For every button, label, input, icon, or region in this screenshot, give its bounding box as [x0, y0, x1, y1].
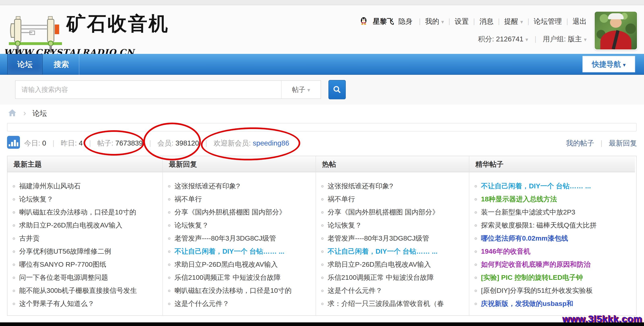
topic-link[interactable]: 如何判定收音机底噪声的原因和防治: [481, 261, 590, 268]
topic-link[interactable]: 论坛恢复？: [328, 221, 362, 229]
menu-item-论坛管理[interactable]: 论坛管理: [534, 17, 562, 25]
credits-value[interactable]: 2126741: [496, 35, 524, 43]
topic-link[interactable]: 哪位老法师有0.02mm漆包线: [481, 234, 568, 242]
bullet-icon: [168, 277, 170, 279]
topic-link[interactable]: 探索灵敏度极限1: 磁棒天线Q值大比拼: [481, 221, 596, 229]
topic-link[interactable]: 乐信2100调频正常 中短波没台故障: [174, 274, 280, 281]
topic-link[interactable]: 分享优利德UT56故障维修二例: [19, 247, 111, 255]
divider: [444, 17, 454, 25]
topic-link[interactable]: 祸不单行: [328, 195, 355, 203]
menu-item-我的[interactable]: 我的: [425, 17, 439, 25]
topic-link[interactable]: 问一下各位老哥电源调整问题: [19, 274, 108, 281]
topic-list-item: 分享优利德UT56故障维修二例: [13, 245, 160, 258]
site-logo[interactable]: 矿石收音机 WWW.CRYSTALRADIO.CN: [0, 5, 222, 54]
topic-link[interactable]: 这是个什么元件？: [174, 300, 229, 307]
bullet-icon: [13, 185, 15, 187]
topic-link[interactable]: 老管发声----80年3月3DG8CJ级管: [328, 234, 429, 242]
topic-link[interactable]: 乐信2100调频正常 中短波没台故障: [328, 274, 434, 281]
menu-item-设置[interactable]: 设置: [454, 17, 469, 25]
topic-list-item: 不让自己闲着，DIY一个 台钻…… ...: [321, 245, 466, 258]
topic-link[interactable]: 求助日立P-26D黑白电视改AV输入: [174, 261, 278, 268]
topic-list-item: 求：介绍一只三波段晶体管收音机（春: [321, 297, 466, 310]
main-nav: 论坛 搜索 快捷导航: [0, 54, 644, 75]
menu-item-消息[interactable]: 消息: [480, 17, 494, 25]
topic-link[interactable]: 不让自己闲着，DIY一个 台钻…… ...: [328, 247, 438, 255]
topic-link[interactable]: 分享《国内外胆机搭棚图 国内部分》: [174, 208, 286, 216]
home-icon[interactable]: [8, 109, 19, 117]
topic-list-item: 不让自己闲着，DIY一个 台钻…… ...: [474, 179, 632, 192]
topic-link[interactable]: 18种显示器进入总线方法: [481, 195, 557, 203]
divider: [523, 17, 534, 25]
topic-link[interactable]: 这张报纸谁还有印象?: [174, 182, 240, 190]
bullet-icon: [13, 237, 15, 240]
chevron-down-icon: [582, 35, 587, 43]
bullet-icon: [321, 211, 324, 214]
topic-list-item: 论坛恢复？: [168, 219, 313, 232]
topic-link[interactable]: 不让自己闲着，DIY一个 台钻…… ...: [481, 182, 591, 190]
username-link[interactable]: 星黎飞: [373, 17, 394, 25]
usergroup-value[interactable]: 版主: [568, 35, 582, 43]
avatar[interactable]: [595, 12, 637, 49]
topic-list-item: 这是个什么元件？: [168, 297, 313, 310]
topic-link[interactable]: 论坛恢复？: [19, 195, 53, 203]
topic-link[interactable]: 装一台新型集中滤波式中放2P3: [481, 208, 575, 216]
menu-item-退出[interactable]: 退出: [572, 17, 587, 25]
topic-link[interactable]: [实验] PIC 控制的旋转LED电子钟: [481, 274, 583, 281]
menu-item-提醒[interactable]: 提醒: [504, 17, 518, 25]
topic-link[interactable]: 祸不单行: [174, 195, 202, 203]
bullet-icon: [321, 198, 324, 201]
bullet-icon: [321, 277, 324, 279]
topic-link[interactable]: 1946年的收音机: [481, 247, 530, 255]
topic-link[interactable]: 论坛恢复？: [174, 221, 209, 229]
topic-link[interactable]: 古井贡: [19, 234, 40, 242]
topic-link[interactable]: [原创DIY]分享我的51红外收发实验板: [481, 287, 593, 294]
topic-link[interactable]: 老管发声----80年3月3DG8CJ级管: [174, 234, 276, 242]
bullet-icon: [474, 211, 477, 214]
topic-list-item: 这个野果子有人知道么？: [13, 297, 160, 310]
topic-link[interactable]: 喇叭磁缸在没办法移动，口径是10寸的: [174, 287, 292, 294]
bullet-icon: [321, 185, 324, 187]
search-button[interactable]: [328, 80, 346, 99]
search-input[interactable]: [16, 81, 281, 99]
bullet-icon: [321, 290, 324, 292]
topic-link[interactable]: 求助日立P-26D黑白电视改AV输入: [328, 261, 431, 268]
latest-replies-link[interactable]: 最新回复: [609, 139, 637, 147]
bullet-icon: [321, 237, 324, 240]
topic-link[interactable]: 这张报纸谁还有印象?: [328, 182, 393, 190]
bullet-icon: [13, 198, 15, 201]
topic-link[interactable]: 能不能从300b机子栅极直接接信号发生: [19, 287, 137, 294]
credits-label: 积分:: [478, 35, 494, 43]
tab-search[interactable]: 搜索: [44, 54, 79, 75]
search-scope-dropdown[interactable]: 帖子: [281, 81, 320, 99]
topic-link[interactable]: 不让自己闲着，DIY一个 台钻…… ...: [174, 247, 284, 255]
search-band: 帖子: [0, 75, 644, 105]
topic-link[interactable]: 分享《国内外胆机搭棚图 国内部分》: [328, 208, 439, 216]
topic-list: 福建漳州东山风动石论坛恢复？喇叭磁缸在没办法移动，口径是10寸的求助日立P-26…: [8, 172, 162, 315]
topic-link[interactable]: 这个野果子有人知道么？: [19, 300, 94, 307]
tab-forum[interactable]: 论坛: [7, 54, 43, 75]
topic-list-item: 庆祝新版，发我做的usbasp和: [474, 297, 632, 310]
chevron-down-icon: [621, 60, 626, 68]
breadcrumb-forum-link[interactable]: 论坛: [32, 109, 47, 117]
topic-link[interactable]: 这是个什么元件？: [328, 287, 382, 294]
bullet-icon: [168, 237, 170, 240]
bullet-icon: [13, 211, 15, 214]
site-name: 矿石收音机: [66, 11, 169, 37]
my-posts-link[interactable]: 我的帖子: [566, 139, 594, 147]
topic-link[interactable]: 福建漳州东山风动石: [19, 182, 81, 190]
topic-link[interactable]: 哪位有SANYO RP-7700图纸: [19, 261, 106, 268]
column-digest-posts: 精华帖子不让自己闲着，DIY一个 台钻…… ...18种显示器进入总线方法装一台…: [469, 156, 635, 315]
quick-nav-button[interactable]: 快捷导航: [582, 56, 635, 72]
topic-link[interactable]: 求：介绍一只三波段晶体管收音机（春: [328, 300, 444, 307]
today-label: 今日:: [24, 139, 40, 147]
bullet-icon: [13, 290, 15, 292]
topic-link[interactable]: 庆祝新版，发我做的usbasp和: [481, 300, 573, 307]
topic-list-item: 18种显示器进入总线方法: [474, 192, 632, 206]
bullet-icon: [13, 277, 15, 279]
divider: [596, 139, 607, 147]
topic-list-item: 乐信2100调频正常 中短波没台故障: [321, 271, 466, 284]
topic-link[interactable]: 求助日立P-26D黑白电视改AV输入: [19, 221, 122, 229]
bullet-icon: [321, 224, 324, 227]
topic-link[interactable]: 喇叭磁缸在没办法移动，口径是10寸的: [19, 208, 136, 216]
divider: [414, 17, 425, 25]
